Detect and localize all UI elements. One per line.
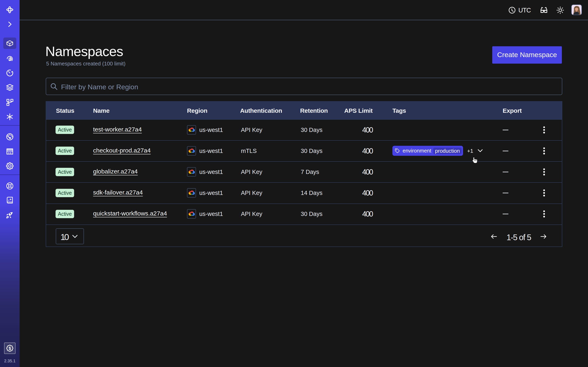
svg-text:$: $ — [9, 346, 11, 351]
